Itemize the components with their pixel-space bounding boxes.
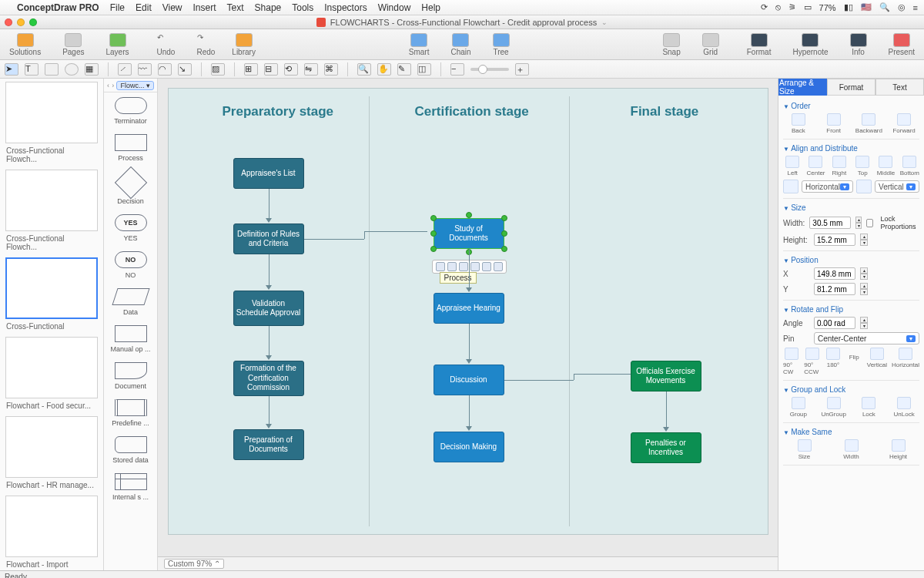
align-middle[interactable]: Middle [876, 156, 895, 176]
menu-view[interactable]: View [162, 2, 182, 13]
snap-button[interactable]: Snap [659, 33, 683, 56]
node-study-docs[interactable]: Study of Documents [434, 218, 504, 249]
shape-manual[interactable]: Manual op ... [104, 321, 157, 358]
sect-size[interactable]: Size [783, 202, 919, 213]
qp-icon[interactable] [436, 262, 445, 271]
node-prep-docs[interactable]: Preparation of Documents [233, 429, 304, 460]
menu-insert[interactable]: Insert [193, 2, 216, 13]
solutions-button[interactable]: Solutions [6, 33, 44, 56]
ungroup-btn[interactable]: UnGroup [819, 397, 849, 418]
thumb-1[interactable]: Cross-Functional Flowch... [5, 82, 99, 163]
qp-icon[interactable] [494, 262, 503, 271]
same-size[interactable]: Size [783, 439, 825, 460]
hypernote-button[interactable]: Hypernote [789, 33, 831, 56]
angle-input[interactable] [814, 317, 855, 329]
shape-decision[interactable]: Decision [104, 166, 157, 210]
arc-tool[interactable]: ◠ [158, 63, 172, 76]
library-button[interactable]: Library [229, 33, 259, 56]
rect-tool[interactable] [45, 63, 59, 76]
shape-no[interactable]: NONO [104, 247, 157, 284]
flowchart-page[interactable]: Preparatory stage Certification stage Fi… [168, 88, 768, 535]
shape-process[interactable]: Process [104, 129, 157, 166]
flip-tool[interactable]: ⇋ [304, 63, 318, 76]
dnd-icon[interactable]: ⦸ [775, 2, 781, 12]
shape-stored[interactable]: Stored data [104, 432, 157, 469]
dist-h-select[interactable]: Horizontal▾ [802, 180, 853, 193]
rot-ccw[interactable]: 90° CCW [804, 348, 820, 375]
display-icon[interactable]: ▭ [804, 2, 812, 12]
table-tool[interactable]: ▦ [85, 63, 99, 76]
battery-icon[interactable]: ▮▯ [844, 2, 853, 12]
y-input[interactable] [814, 283, 855, 295]
pointer-tool[interactable]: ➤ [5, 63, 18, 76]
wifi-icon[interactable]: ⚞ [788, 2, 796, 12]
menu-shape[interactable]: Shape [255, 2, 282, 13]
handle[interactable] [501, 215, 507, 221]
redo-button[interactable]: ↷Redo [193, 33, 218, 56]
shape-yes[interactable]: YESYES [104, 210, 157, 247]
info-button[interactable]: Info [847, 33, 870, 56]
zoom-slider[interactable] [470, 68, 509, 71]
format-button[interactable]: Format [744, 33, 775, 56]
distribute-tool[interactable]: ⊟ [264, 63, 278, 76]
siri-icon[interactable]: ◎ [898, 2, 906, 12]
lock-prop-check[interactable] [866, 219, 873, 227]
node-discussion[interactable]: Discussion [434, 365, 504, 395]
thumb-2[interactable]: Cross-Functional Flowch... [5, 170, 99, 251]
shape-document[interactable]: Document [104, 358, 157, 395]
tab-arrange[interactable]: Arrange & Size [778, 79, 827, 96]
handle[interactable] [430, 246, 437, 252]
menu-inspectors[interactable]: Inspectors [324, 2, 367, 13]
flag-icon[interactable]: 🇺🇸 [861, 2, 872, 12]
align-top[interactable]: Top [853, 156, 872, 176]
grid-button[interactable]: Grid [699, 33, 722, 56]
menu-help[interactable]: Help [421, 2, 440, 13]
thumb-5[interactable]: Flowchart - HR manage... [5, 416, 99, 489]
zoom-in-tool[interactable]: 🔍 [357, 63, 371, 76]
chain-button[interactable]: Chain [447, 33, 474, 56]
align-center[interactable]: Center [806, 156, 825, 176]
sect-group[interactable]: Group and Lock [783, 384, 919, 395]
sync-icon[interactable]: ⟳ [761, 2, 768, 12]
flip-h[interactable]: Horizontal [892, 348, 919, 375]
ellipse-tool[interactable] [65, 63, 79, 76]
height-input[interactable] [814, 234, 855, 246]
qp-icon[interactable] [447, 262, 457, 271]
lock-btn[interactable]: Lock [854, 397, 885, 418]
pin-select[interactable]: Center-Center▾ [814, 332, 919, 344]
node-validation[interactable]: Validation Schedule Approval [233, 291, 304, 326]
spotlight-icon[interactable]: 🔍 [879, 2, 890, 12]
sect-same[interactable]: Make Same [783, 426, 919, 438]
menu-edit[interactable]: Edit [136, 2, 152, 13]
node-hearing[interactable]: Appraisee Hearing [434, 293, 504, 324]
width-up[interactable]: ▴ [855, 217, 861, 223]
group-tool[interactable]: ⌘ [324, 63, 338, 76]
handle[interactable] [501, 246, 507, 252]
node-penalties[interactable]: Penalties or Incentives [631, 432, 701, 463]
flip-v[interactable]: Vertical [867, 348, 887, 375]
qp-icon[interactable] [482, 262, 491, 271]
crop-tool[interactable]: ◫ [417, 63, 431, 76]
present-button[interactable]: Present [886, 33, 918, 56]
node-decision[interactable]: Decision Making [434, 432, 504, 462]
menu-window[interactable]: Window [378, 2, 411, 13]
node-definition[interactable]: Definition of Rules and Criteria [233, 223, 304, 254]
thumb-3[interactable]: Cross-Functional [5, 257, 99, 331]
same-height[interactable]: Height [877, 439, 919, 460]
rot-180[interactable]: 180° [825, 348, 841, 375]
lib-select[interactable]: Flowc... ▾ [116, 81, 154, 90]
group-btn[interactable]: Group [783, 397, 814, 418]
node-exercise[interactable]: Officials Exercise Movements [631, 361, 701, 391]
shape-terminator[interactable]: Terminator [104, 92, 157, 129]
height-down[interactable]: ▾ [860, 240, 868, 246]
handle[interactable] [430, 230, 437, 237]
app-name[interactable]: ConceptDraw PRO [17, 2, 99, 13]
connector-tool[interactable]: ↘ [178, 63, 192, 76]
sect-position[interactable]: Position [783, 254, 919, 266]
minimize-button[interactable] [17, 18, 25, 26]
menu-file[interactable]: File [110, 2, 125, 13]
menu-extra-icon[interactable]: ≡ [913, 3, 918, 12]
tab-text[interactable]: Text [875, 79, 924, 96]
handle[interactable] [430, 215, 437, 221]
shape-data[interactable]: Data [104, 284, 157, 321]
